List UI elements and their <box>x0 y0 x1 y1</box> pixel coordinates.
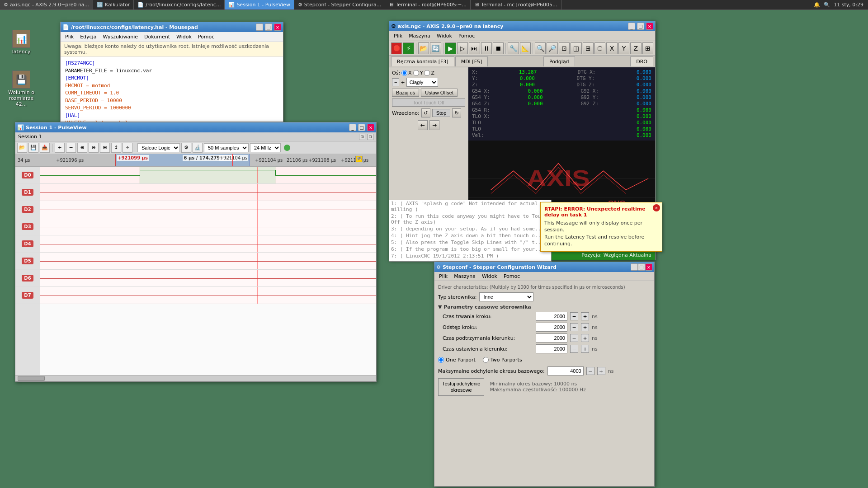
stepconf-row3-minus[interactable]: − <box>570 345 578 353</box>
stepconf-close-btn[interactable]: × <box>645 263 652 271</box>
axis-x-radio[interactable] <box>401 70 407 76</box>
axis-side-btn[interactable]: ◫ <box>571 42 581 54</box>
mousepad-menu-edycja[interactable]: Edycja <box>77 33 99 41</box>
axis-tool-touch-btn[interactable]: Tool Touch Off <box>392 99 465 107</box>
pv-scroll-btn[interactable]: ↕ <box>111 143 121 153</box>
pv-samples-select[interactable]: 50 M samples <box>204 143 249 152</box>
axis-tab-manual[interactable]: Ręczna kontrola [F3] <box>391 56 454 66</box>
taskbar-item-mousepad[interactable]: 📄 /root/linuxcnc/configs/latenc... <box>134 0 225 9</box>
pv-add-btn[interactable]: + <box>55 143 65 153</box>
axis-offset-btn[interactable]: 📐 <box>520 42 531 54</box>
axis-tool-btn[interactable]: 🔧 <box>508 42 519 54</box>
pv-maximize-btn[interactable]: □ <box>358 124 365 131</box>
axis-y-btn[interactable]: Y <box>618 42 629 54</box>
axis-x-btn[interactable]: X <box>606 42 617 54</box>
pv-save-all-btn[interactable]: 📥 <box>40 143 50 153</box>
axis-grid-btn[interactable]: ⊞ <box>642 42 653 54</box>
axis-menu-widok[interactable]: Widok <box>434 32 455 40</box>
pv-open-btn[interactable]: 📂 <box>17 143 27 153</box>
stepconf-parport1-radio[interactable] <box>438 357 444 363</box>
desktop-icon-latency[interactable]: 📊 latency <box>5 28 37 56</box>
pv-flag-icon[interactable]: 🏁 <box>355 156 363 162</box>
axis-reload-btn[interactable]: 🔄 <box>430 42 441 54</box>
stepconf-typ-select[interactable]: Inne <box>479 292 533 301</box>
mousepad-menu-widok[interactable]: Widok <box>174 33 194 41</box>
stepconf-parport2-radio[interactable] <box>483 357 489 363</box>
axis-tab-podglad[interactable]: Podgląd <box>543 56 575 66</box>
stepconf-row2-plus[interactable]: + <box>581 334 589 342</box>
axis-jog-left-btn[interactable]: ← <box>418 120 428 130</box>
taskbar-item-stepconf[interactable]: ⚙ Stepconf - Stepper Configura... <box>294 0 385 9</box>
axis-step-btn[interactable]: ⏭ <box>469 42 480 54</box>
axis-ustaw-btn[interactable]: Ustaw Offset <box>421 89 458 97</box>
mousepad-minimize-btn[interactable]: _ <box>256 23 263 31</box>
pv-rate-select[interactable]: 24 MHz <box>250 143 281 152</box>
axis-jog-right-btn[interactable]: → <box>429 120 439 130</box>
taskbar-item-terminal1[interactable]: 🖥 Terminal - root@HP6005:~... <box>385 0 471 9</box>
pv-close-btn[interactable]: × <box>367 124 374 131</box>
axis-menu-plik[interactable]: Plik <box>391 32 405 40</box>
axis-wrz-cw-btn[interactable]: ↻ <box>452 108 461 117</box>
pv-device-select[interactable]: Saleae Logic <box>137 143 180 152</box>
axis-persp-btn[interactable]: ⬡ <box>594 42 605 54</box>
axis-jog-minus-btn[interactable]: − <box>392 78 399 86</box>
stepconf-menu-widok[interactable]: Widok <box>479 273 500 280</box>
pv-zoomout-btn[interactable]: ⊖ <box>89 143 99 153</box>
axis-top-btn[interactable]: ⊞ <box>583 42 594 54</box>
pv-device-settings-btn[interactable]: ⚙ <box>181 143 191 153</box>
taskbar-item-calc[interactable]: 🔢 Kalkulator <box>93 0 134 9</box>
axis-minimize-btn[interactable]: _ <box>628 23 635 30</box>
axis-ciagly-select[interactable]: Ciągły <box>406 78 438 87</box>
mousepad-menu-pomoc[interactable]: Pomoc <box>195 33 217 41</box>
stepconf-row1-input[interactable] <box>536 323 567 332</box>
axis-bazuj-btn[interactable]: Bazuj oś <box>392 89 419 97</box>
axis-tab-dro[interactable]: DRO <box>630 56 653 66</box>
stepconf-row3-plus[interactable]: + <box>581 345 589 353</box>
stepconf-row1-plus[interactable]: + <box>581 323 589 331</box>
pv-expand-btn[interactable]: ⊞ <box>359 134 365 140</box>
stepconf-base-minus[interactable]: − <box>586 367 594 375</box>
axis-maximize-btn[interactable]: □ <box>637 23 644 30</box>
axis-menu-maszyna[interactable]: Maszyna <box>406 32 433 40</box>
stepconf-base-plus[interactable]: + <box>597 367 605 375</box>
mousepad-menu-wyszukiwanie[interactable]: Wyszukiwanie <box>100 33 141 41</box>
mousepad-maximize-btn[interactable]: □ <box>265 23 272 31</box>
mousepad-menu-dokument[interactable]: Dokument <box>142 33 173 41</box>
mousepad-content[interactable]: [RS274NGC] PARAMETER_FILE = linuxcnc.var… <box>61 57 283 122</box>
axis-tab-mdi[interactable]: MDI [F5] <box>455 56 488 66</box>
pv-zoomin-btn[interactable]: ⊕ <box>77 143 87 153</box>
axis-run-btn[interactable]: ▶ <box>445 42 456 54</box>
axis-z-btn[interactable]: Z <box>630 42 641 54</box>
pv-save-btn[interactable]: 💾 <box>28 143 38 153</box>
stepconf-maximize-btn[interactable]: □ <box>638 263 645 271</box>
rtapi-close-btn[interactable]: × <box>653 204 660 211</box>
axis-zoom-in-btn[interactable]: 🔍 <box>535 42 546 54</box>
stepconf-row0-plus[interactable]: + <box>581 312 589 320</box>
axis-fit-btn[interactable]: ⊡ <box>559 42 570 54</box>
pv-probe-btn[interactable]: 🔬 <box>193 143 203 153</box>
stepconf-menu-pomoc[interactable]: Pomoc <box>501 273 523 280</box>
axis-stop-btn[interactable]: Stop <box>432 109 451 117</box>
axis-wrz-ccw-btn[interactable]: ↺ <box>421 108 430 117</box>
stepconf-menu-maszyna[interactable]: Maszyna <box>451 273 478 280</box>
stepconf-minimize-btn[interactable]: _ <box>631 263 638 271</box>
axis-power-btn[interactable]: ⚡ <box>403 42 414 54</box>
pv-collapse-btn[interactable]: ⊟ <box>367 134 373 140</box>
axis-z-radio[interactable] <box>424 70 430 76</box>
axis-open-btn[interactable]: 📂 <box>418 42 429 54</box>
mousepad-close-btn[interactable]: × <box>274 23 281 31</box>
stepconf-base-input[interactable] <box>547 366 584 375</box>
stepconf-test-btn[interactable]: Testuj odchylenieokresowe <box>438 378 484 396</box>
taskbar-item-pulseview[interactable]: 📊 Session 1 - PulseView <box>225 0 294 9</box>
axis-run-from-btn[interactable]: ▷ <box>457 42 468 54</box>
pv-fit-btn[interactable]: ⊞ <box>100 143 110 153</box>
stepconf-section-label[interactable]: ▼ Parametry czasowe sterownika <box>438 304 651 310</box>
axis-close-btn[interactable]: × <box>646 23 653 30</box>
desktop-icon-volume[interactable]: 💾 Wolumin o rozmiarze 42... <box>5 69 37 109</box>
axis-stop2-btn[interactable]: ⏹ <box>493 42 504 54</box>
pv-cursor-btn[interactable]: ⌖ <box>123 143 132 153</box>
stepconf-row0-minus[interactable]: − <box>570 312 578 320</box>
stepconf-row3-input[interactable] <box>536 344 567 353</box>
stepconf-menu-plik[interactable]: Plik <box>436 273 450 280</box>
axis-y-radio[interactable] <box>413 70 419 76</box>
